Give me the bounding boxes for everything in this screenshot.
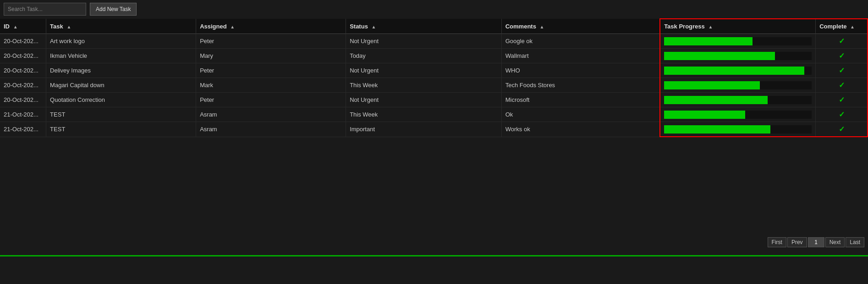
- cell-id: 20-Oct-202...: [0, 78, 46, 93]
- cell-assigned: Peter: [196, 93, 346, 107]
- progress-bar-fill: [664, 67, 804, 75]
- progress-bar-fill: [664, 96, 767, 104]
- cell-complete: ✓: [816, 63, 868, 78]
- sort-icon-id: ▲: [13, 24, 18, 29]
- progress-bar-bg: [664, 111, 812, 119]
- col-header-task[interactable]: Task ▲: [46, 19, 196, 34]
- table-row[interactable]: 20-Oct-202... Ikman Vehicle Mary Today W…: [0, 49, 868, 63]
- sort-icon-status: ▲: [372, 24, 376, 29]
- cell-task: TEST: [46, 107, 196, 122]
- cell-task: Art work logo: [46, 34, 196, 49]
- cell-status: This Week: [346, 78, 502, 93]
- task-table: ID ▲ Task ▲ Assigned ▲ Status ▲ Comments: [0, 18, 868, 137]
- cell-comments: Google ok: [501, 34, 660, 49]
- cell-task: Delivey Images: [46, 63, 196, 78]
- progress-bar-fill: [664, 111, 745, 119]
- table-row[interactable]: 21-Oct-202... TEST Asram Important Works…: [0, 122, 868, 137]
- check-icon: ✓: [819, 51, 863, 60]
- cell-id: 20-Oct-202...: [0, 34, 46, 49]
- cell-complete: ✓: [816, 34, 868, 49]
- progress-bar-bg: [664, 37, 812, 45]
- cell-assigned: Mark: [196, 78, 346, 93]
- progress-bar-bg: [664, 125, 812, 134]
- cell-progress: [660, 122, 816, 137]
- cell-id: 21-Oct-202...: [0, 107, 46, 122]
- col-header-complete[interactable]: Complete ▲: [816, 19, 868, 34]
- cell-id: 20-Oct-202...: [0, 93, 46, 107]
- cell-comments: Ok: [501, 107, 660, 122]
- cell-task: TEST: [46, 122, 196, 137]
- cell-complete: ✓: [816, 107, 868, 122]
- table-row[interactable]: 20-Oct-202... Delivey Images Peter Not U…: [0, 63, 868, 78]
- cell-comments: Wallmart: [501, 49, 660, 63]
- header-row: ID ▲ Task ▲ Assigned ▲ Status ▲ Comments: [0, 19, 868, 34]
- cell-task: Ikman Vehicle: [46, 49, 196, 63]
- first-page-button[interactable]: First: [768, 237, 786, 247]
- cell-complete: ✓: [816, 122, 868, 137]
- cell-assigned: Asram: [196, 122, 346, 137]
- cell-assigned: Mary: [196, 49, 346, 63]
- cell-status: Not Urgent: [346, 63, 502, 78]
- table-row[interactable]: 20-Oct-202... Quotation Correction Peter…: [0, 93, 868, 107]
- cell-id: 21-Oct-202...: [0, 122, 46, 137]
- progress-bar-fill: [664, 37, 753, 45]
- cell-assigned: Peter: [196, 63, 346, 78]
- check-icon: ✓: [819, 66, 863, 75]
- col-header-id[interactable]: ID ▲: [0, 19, 46, 34]
- table-row[interactable]: 20-Oct-202... Magari Capital down Mark T…: [0, 78, 868, 93]
- cell-status: This Week: [346, 107, 502, 122]
- cell-status: Important: [346, 122, 502, 137]
- cell-task: Magari Capital down: [46, 78, 196, 93]
- col-header-assigned[interactable]: Assigned ▲: [196, 19, 346, 34]
- cell-id: 20-Oct-202...: [0, 49, 46, 63]
- table-row[interactable]: 20-Oct-202... Art work logo Peter Not Ur…: [0, 34, 868, 49]
- search-input[interactable]: [4, 3, 86, 16]
- next-page-button[interactable]: Next: [825, 237, 845, 247]
- table-container: ID ▲ Task ▲ Assigned ▲ Status ▲ Comments: [0, 18, 868, 137]
- sort-icon-assigned: ▲: [230, 24, 235, 29]
- table-header: ID ▲ Task ▲ Assigned ▲ Status ▲ Comments: [0, 19, 868, 34]
- cell-task: Quotation Correction: [46, 93, 196, 107]
- last-page-button[interactable]: Last: [846, 237, 864, 247]
- cell-complete: ✓: [816, 78, 868, 93]
- cell-comments: Tech Foods Stores: [501, 78, 660, 93]
- cell-status: Not Urgent: [346, 34, 502, 49]
- cell-id: 20-Oct-202...: [0, 63, 46, 78]
- cell-progress: [660, 93, 816, 107]
- col-header-comments[interactable]: Comments ▲: [501, 19, 660, 34]
- progress-bar-fill: [664, 125, 770, 134]
- sort-icon-progress: ▲: [708, 24, 713, 29]
- check-icon: ✓: [819, 81, 863, 89]
- progress-bar-fill: [664, 52, 775, 60]
- add-task-button[interactable]: Add New Task: [90, 3, 137, 16]
- cell-progress: [660, 78, 816, 93]
- cell-comments: WHO: [501, 63, 660, 78]
- check-icon: ✓: [819, 95, 863, 104]
- progress-bar-bg: [664, 81, 812, 89]
- table-body: 20-Oct-202... Art work logo Peter Not Ur…: [0, 34, 868, 137]
- current-page-button[interactable]: 1: [808, 237, 824, 247]
- toolbar: Add New Task: [0, 0, 868, 18]
- sort-icon-task: ▲: [66, 24, 71, 29]
- progress-bar-bg: [664, 52, 812, 60]
- col-header-status[interactable]: Status ▲: [346, 19, 502, 34]
- cell-assigned: Peter: [196, 34, 346, 49]
- cell-progress: [660, 63, 816, 78]
- bottom-accent-line: [0, 255, 868, 256]
- sort-icon-complete: ▲: [850, 24, 855, 29]
- cell-status: Today: [346, 49, 502, 63]
- progress-bar-bg: [664, 67, 812, 75]
- cell-status: Not Urgent: [346, 93, 502, 107]
- cell-complete: ✓: [816, 93, 868, 107]
- cell-complete: ✓: [816, 49, 868, 63]
- table-row[interactable]: 21-Oct-202... TEST Asram This Week Ok ✓: [0, 107, 868, 122]
- cell-progress: [660, 49, 816, 63]
- check-icon: ✓: [819, 110, 863, 119]
- cell-comments: Microsoft: [501, 93, 660, 107]
- cell-comments: Works ok: [501, 122, 660, 137]
- progress-bar-bg: [664, 96, 812, 104]
- prev-page-button[interactable]: Prev: [787, 237, 807, 247]
- cell-progress: [660, 107, 816, 122]
- cell-progress: [660, 34, 816, 49]
- col-header-progress[interactable]: Task Progress ▲: [660, 19, 816, 34]
